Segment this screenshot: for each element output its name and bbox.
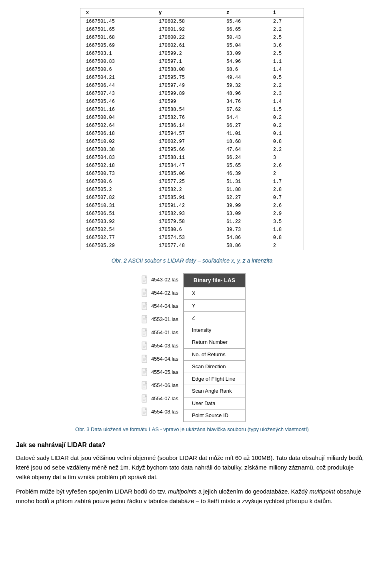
table-row: 1667500.6170577.2551.311.7 bbox=[80, 178, 304, 186]
file-icon bbox=[142, 394, 149, 403]
list-item: 4554-01.las bbox=[138, 326, 183, 339]
las-diagram: 4543-02.las 4544-02.las 4544-04.las bbox=[16, 273, 368, 422]
file-name: 4543-02.las bbox=[151, 276, 178, 284]
file-icon bbox=[142, 355, 149, 363]
file-icon bbox=[142, 328, 149, 337]
table-row: 1667500.83170597.154.961.1 bbox=[80, 58, 304, 66]
file-name: 4554-06.las bbox=[151, 381, 178, 389]
file-icon bbox=[142, 275, 149, 284]
table-row: 1667510.31170591.4239.992.6 bbox=[80, 202, 304, 210]
list-item: 4554-07.las bbox=[138, 392, 183, 405]
table-row: 1667501.65170601.9266.652.2 bbox=[80, 26, 304, 34]
file-icon bbox=[142, 302, 149, 311]
file-name: 4554-07.las bbox=[151, 395, 178, 403]
file-name: 4554-01.las bbox=[151, 329, 178, 337]
file-name: 4554-08.las bbox=[151, 408, 178, 416]
table-row: 1667500.73170585.0646.392 bbox=[80, 170, 304, 178]
table-row: Point Source ID bbox=[184, 409, 245, 422]
list-item: 4554-08.las bbox=[138, 405, 183, 418]
file-icon bbox=[142, 381, 149, 390]
table-row: 1667506.18170594.5741.010.1 bbox=[80, 130, 304, 138]
file-icon bbox=[142, 289, 149, 297]
figure3-caption: Obr. 3 Data uložená ve formátu LAS - vpr… bbox=[16, 425, 368, 433]
table-row: 1667505.2170582.261.882.8 bbox=[80, 186, 304, 194]
table-row: 1667500.04170582.7664.40.2 bbox=[80, 114, 304, 122]
file-icon bbox=[142, 407, 149, 416]
table-row: Intensity bbox=[184, 324, 245, 336]
table-row: 1667502.54170580.639.731.8 bbox=[80, 226, 304, 234]
table-row: 1667502.77170574.5354.860.8 bbox=[80, 234, 304, 242]
figure2-caption: Obr. 2 ASCII soubor s LIDAR daty – souřa… bbox=[16, 257, 368, 265]
table-row: 1667510.02170602.9718.680.8 bbox=[80, 138, 304, 146]
las-table: Binary file- LAS XYZIntensityReturn Numb… bbox=[184, 273, 245, 422]
table-row: 1667502.64170586.1466.270.2 bbox=[80, 122, 304, 130]
table-row: 1667502.18170584.4765.652.6 bbox=[80, 162, 304, 170]
file-name: 4544-04.las bbox=[151, 302, 178, 310]
table-row: Y bbox=[184, 299, 245, 312]
table-row: 1667507.82170585.9162.270.7 bbox=[80, 194, 304, 202]
col-x: x bbox=[80, 8, 153, 18]
table-row: 1667507.43170599.8948.962.3 bbox=[80, 90, 304, 98]
list-item: 4544-04.las bbox=[138, 299, 183, 313]
table-row: 1667501.16170588.5467.621.5 bbox=[80, 106, 304, 114]
table-row: 1667501.68170600.2250.432.5 bbox=[80, 34, 304, 42]
table-row: 1667506.44170597.4959.322.2 bbox=[80, 82, 304, 90]
list-item: 4554-06.las bbox=[138, 379, 183, 392]
col-i: i bbox=[268, 8, 304, 18]
file-name: 4554-03.las bbox=[151, 342, 178, 350]
table-row: 1667505.29170577.4858.862 bbox=[80, 242, 304, 250]
table-row: Scan Angle Rank bbox=[184, 385, 245, 397]
table-row: 1667500.6170588.0868.61.4 bbox=[80, 66, 304, 74]
table-row: X bbox=[184, 287, 245, 300]
table-row: 1667506.51170582.9363.092.9 bbox=[80, 210, 304, 218]
list-item: 4543-02.las bbox=[138, 273, 183, 286]
paragraph-2: Problém může být vyřešen spojením LIDAR … bbox=[16, 487, 368, 506]
section-heading: Jak se nahrávají LIDAR data? bbox=[16, 440, 368, 450]
las-table-header: Binary file- LAS bbox=[184, 274, 245, 287]
file-name: 4553-01.las bbox=[151, 315, 178, 323]
las-table-wrapper: Binary file- LAS XYZIntensityReturn Numb… bbox=[183, 273, 246, 422]
table-row: Edge of Flight Line bbox=[184, 373, 245, 385]
paragraph-1: Datové sady LIDAR dat jsou většinou velm… bbox=[16, 453, 368, 482]
table-row: Scan Direction bbox=[184, 361, 245, 373]
list-item: 4554-03.las bbox=[138, 339, 183, 352]
table-row: Z bbox=[184, 312, 245, 324]
list-item: 4554-04.las bbox=[138, 352, 183, 365]
table-row: User Data bbox=[184, 397, 245, 409]
table-row: 1667503.1170599.263.092.5 bbox=[80, 50, 304, 58]
col-z: z bbox=[221, 8, 268, 18]
table-row: 1667503.92170579.5861.223.5 bbox=[80, 218, 304, 226]
table-row: 1667505.69170602.6165.043.6 bbox=[80, 42, 304, 50]
file-name: 4544-02.las bbox=[151, 289, 178, 297]
table-row: 1667501.45170602.5865.462.7 bbox=[80, 18, 304, 26]
table-row: 1667508.38170595.6647.642.2 bbox=[80, 146, 304, 154]
table-row: 1667504.21170595.7549.440.5 bbox=[80, 74, 304, 82]
file-icon bbox=[142, 368, 149, 377]
list-item: 4554-05.las bbox=[138, 365, 183, 379]
table-row: 1667504.83170588.1166.243 bbox=[80, 154, 304, 162]
file-name: 4554-05.las bbox=[151, 368, 178, 376]
table-row: No. of Returns bbox=[184, 348, 245, 361]
las-file-list: 4543-02.las 4544-02.las 4544-04.las bbox=[138, 273, 183, 418]
file-icon bbox=[142, 341, 149, 350]
ascii-data-table: x y z i 1667501.45170602.5865.462.716675… bbox=[80, 8, 304, 250]
table-row: 1667505.4617059934.761.4 bbox=[80, 98, 304, 106]
list-item: 4544-02.las bbox=[138, 286, 183, 299]
table-row: Return Number bbox=[184, 336, 245, 349]
list-item: 4553-01.las bbox=[138, 313, 183, 326]
file-icon bbox=[142, 315, 149, 324]
file-name: 4554-04.las bbox=[151, 355, 178, 363]
col-y: y bbox=[153, 8, 221, 18]
